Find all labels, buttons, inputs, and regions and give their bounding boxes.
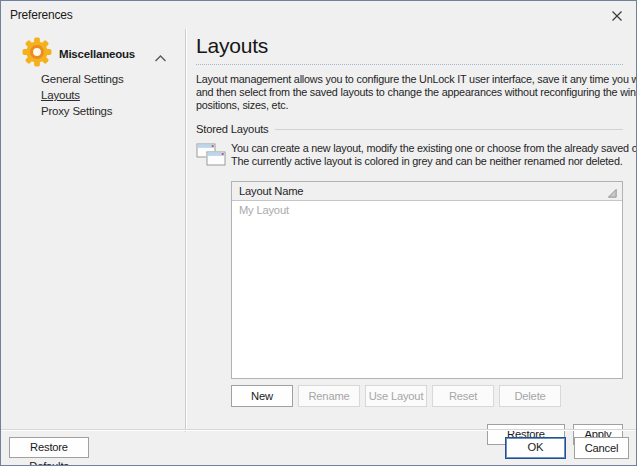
stored-layouts-label: Stored Layouts: [196, 123, 268, 135]
window-title: Preferences: [10, 8, 73, 22]
sidebar-group-miscellaneous[interactable]: Miscellaneous: [59, 48, 135, 60]
new-button[interactable]: New: [231, 385, 293, 407]
description-line: and then select from the saved layouts t…: [196, 86, 623, 99]
preferences-dialog: Preferences Miscellaneous: [0, 0, 637, 466]
close-icon[interactable]: [610, 9, 624, 23]
delete-button[interactable]: Delete: [499, 385, 561, 407]
page-description: Layout management allows you to configur…: [196, 73, 623, 112]
layouts-table: Layout Name My Layout: [231, 181, 623, 379]
main-panel: Layouts Layout management allows you to …: [196, 29, 623, 445]
title-bar: Preferences: [1, 1, 636, 29]
layout-action-buttons: New Rename Use Layout Reset Delete: [231, 385, 623, 407]
stored-layouts-group-header: Stored Layouts: [196, 123, 623, 135]
sidebar: Miscellaneous General Settings Layouts P…: [1, 29, 185, 429]
description-line: positions, sizes, etc.: [196, 99, 623, 112]
hint-line: You can create a new layout, modify the …: [231, 142, 637, 155]
title-rule: [196, 64, 623, 65]
restore-defaults-global-button[interactable]: Restore Defaults: [9, 437, 89, 458]
use-layout-button[interactable]: Use Layout: [365, 385, 427, 407]
layout-name-column-header: Layout Name: [239, 185, 303, 197]
chevron-up-icon[interactable]: [154, 49, 167, 67]
ok-button[interactable]: OK: [505, 437, 566, 459]
sidebar-item-general-settings[interactable]: General Settings: [41, 71, 123, 87]
layouts-table-header[interactable]: Layout Name: [232, 182, 622, 201]
hint-line: The currently active layout is colored i…: [231, 155, 637, 168]
cascade-windows-icon: [196, 142, 231, 173]
bottom-bar: Restore Defaults OK Cancel: [1, 431, 636, 465]
stored-layouts-hint: You can create a new layout, modify the …: [196, 142, 623, 173]
table-row-my-layout[interactable]: My Layout: [232, 201, 622, 219]
rename-button[interactable]: Rename: [298, 385, 360, 407]
column-customize-icon[interactable]: [607, 186, 618, 205]
sidebar-item-proxy-settings[interactable]: Proxy Settings: [41, 103, 123, 119]
stored-layouts-hint-text: You can create a new layout, modify the …: [231, 142, 637, 173]
sidebar-item-layouts[interactable]: Layouts: [41, 87, 123, 103]
sidebar-nav: General Settings Layouts Proxy Settings: [41, 71, 123, 119]
reset-button[interactable]: Reset: [432, 385, 494, 407]
page-title: Layouts: [196, 34, 623, 58]
group-header-rule: [275, 129, 623, 130]
sidebar-divider: [185, 29, 187, 432]
cancel-button[interactable]: Cancel: [574, 437, 629, 459]
gear-icon: [22, 37, 52, 71]
description-line: Layout management allows you to configur…: [196, 73, 623, 86]
